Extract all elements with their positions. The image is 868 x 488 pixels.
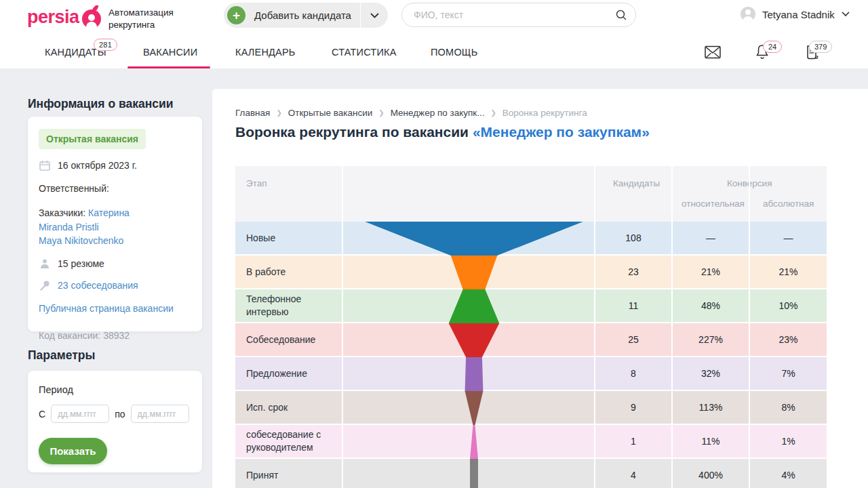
vacancy-date: 16 октября 2023 г. [58, 160, 137, 171]
breadcrumb-separator: ❯ [276, 109, 281, 117]
persia-logo-icon [82, 5, 105, 28]
to-label: по [115, 409, 125, 420]
relative-conversion-value: 113% [673, 391, 749, 424]
stage-label: В работе [235, 256, 342, 288]
col-relative: относительная [682, 199, 745, 209]
add-candidate-button[interactable]: + Добавить кандидата [224, 3, 388, 28]
resume-count: 15 резюме [58, 258, 104, 269]
interview-count: 23 собеседования [58, 280, 138, 291]
relative-conversion-value: 32% [673, 357, 749, 390]
from-label: С [39, 409, 45, 420]
candidates-value: 4 [595, 459, 671, 488]
col-absolute: абсолютная [763, 199, 814, 209]
absolute-conversion-value: 7% [750, 357, 827, 390]
breadcrumb: Главная❯Открытые вакансии❯Менеджер по за… [235, 108, 587, 118]
add-candidate-label: Добавить кандидата [245, 9, 360, 21]
nav-tab-label: ВАКАНСИИ [143, 47, 197, 58]
stage-label: Новые [235, 222, 342, 254]
customer-link[interactable]: Maya Nikitovchenko [39, 235, 123, 246]
search-icon[interactable] [607, 9, 635, 21]
vacancy-code: Код вакансии: 38932 [39, 329, 191, 342]
funnel-segment-1 [365, 222, 583, 256]
breadcrumb-separator: ❯ [490, 109, 496, 117]
relative-conversion-value: 21% [673, 256, 749, 288]
candidates-value: 1 [595, 425, 671, 458]
absolute-conversion-value: 23% [750, 323, 827, 356]
funnel-segment-3 [449, 289, 500, 323]
absolute-conversion-value: — [750, 222, 827, 254]
breadcrumb-item[interactable]: Менеджер по закупк... [391, 108, 485, 118]
relative-conversion-value: 48% [673, 289, 749, 322]
col-stage: Этап [246, 178, 267, 188]
logo[interactable]: persia [27, 5, 105, 28]
nav-tab-label: ПОМОЩЬ [431, 47, 477, 58]
show-button[interactable]: Показать [39, 438, 107, 464]
stage-label: собеседование с руководителем [235, 425, 342, 458]
customers-block: Заказчики: КатеринаMiranda PristliMaya N… [39, 206, 191, 247]
app-tagline: Автоматизациярекрутинга [108, 7, 174, 31]
top-bar: persia Автоматизациярекрутинга + Добавит… [0, 0, 868, 35]
stage-label: Предложение [235, 357, 342, 390]
funnel-segment-8 [470, 459, 478, 488]
vacancy-date-row: 16 октября 2023 г. [39, 160, 191, 171]
nav-tab-2[interactable]: ВАКАНСИИ [143, 35, 197, 68]
messages-icon[interactable] [705, 35, 721, 68]
search-input[interactable] [402, 9, 607, 20]
relative-conversion-value: 400% [673, 459, 749, 488]
breadcrumb-separator: ❯ [378, 109, 384, 117]
person-icon [39, 258, 51, 269]
nav-tab-4[interactable]: СТАТИСТИКА [332, 35, 397, 68]
relative-conversion-value: 227% [673, 323, 749, 356]
chevron-down-icon [842, 12, 850, 17]
stage-label: Исп. срок [235, 391, 342, 424]
nav-tab-5[interactable]: ПОМОЩЬ [431, 35, 477, 68]
global-search [401, 3, 636, 27]
nav-tab-1[interactable]: КАНДИДАТЫ281 [45, 35, 106, 68]
relative-conversion-value: 11% [673, 425, 749, 458]
vacancy-title-link[interactable]: «Менеджер по закупкам» [473, 124, 650, 140]
breadcrumb-item[interactable]: Главная [235, 108, 270, 118]
funnel-chart [343, 222, 594, 488]
breadcrumb-item[interactable]: Открытые вакансии [288, 108, 372, 118]
status-badge: Открытая вакансия [39, 129, 146, 149]
breadcrumb-item: Воронка рекрутинга [502, 108, 587, 118]
calendar-icon [39, 160, 51, 171]
main-nav: КАНДИДАТЫ281ВАКАНСИИКАЛЕНДАРЬСТАТИСТИКАП… [0, 35, 868, 68]
funnel-segment-6 [465, 391, 484, 425]
candidates-value: 11 [595, 289, 671, 322]
responsible-label: Ответственный: [39, 182, 191, 195]
params-card: Период С по Показать [28, 371, 202, 472]
absolute-conversion-value: 21% [750, 256, 827, 288]
avatar [741, 7, 755, 22]
funnel-segment-4 [449, 323, 500, 357]
candidates-value: 108 [595, 222, 671, 254]
customer-link[interactable]: Miranda Pristli [39, 222, 99, 232]
candidates-value: 9 [595, 391, 671, 424]
funnel-segment-7 [470, 425, 478, 459]
chevron-down-icon[interactable] [361, 13, 388, 18]
user-menu[interactable]: Tetyana Stadnik [741, 7, 850, 22]
customer-link[interactable]: Катерина [88, 207, 130, 218]
relative-conversion-value: — [673, 222, 749, 254]
absolute-conversion-value: 8% [750, 391, 827, 424]
stage-label: Собеседование [235, 323, 342, 356]
interview-count-row: 23 собеседования [39, 280, 191, 291]
user-name: Tetyana Stadnik [762, 9, 835, 20]
page-title: Воронка рекрутинга по вакансии «Менеджер… [235, 124, 650, 140]
funnel-segment-2 [451, 256, 498, 289]
period-from-input[interactable] [51, 405, 109, 423]
public-page-link[interactable]: Публичная страница вакансии [39, 303, 174, 314]
candidates-value: 25 [595, 323, 671, 356]
funnel-table-header: Этап Кандидаты Конверсия относительная а… [235, 166, 827, 222]
notifications-badge: 24 [763, 41, 782, 53]
candidates-value: 8 [595, 357, 671, 390]
vacancy-info-title: Информация о вакансии [28, 97, 174, 111]
absolute-conversion-value: 1% [750, 425, 827, 458]
vacancy-info-card: Открытая вакансия 16 октября 2023 г. Отв… [28, 117, 202, 331]
main-panel: Главная❯Открытые вакансии❯Менеджер по за… [212, 89, 868, 488]
nav-tab-label: СТАТИСТИКА [332, 47, 397, 58]
candidates-count-badge: 281 [94, 39, 117, 51]
period-to-input[interactable] [131, 405, 189, 423]
nav-tab-label: КАЛЕНДАРЬ [235, 47, 296, 58]
nav-tab-3[interactable]: КАЛЕНДАРЬ [235, 35, 296, 68]
